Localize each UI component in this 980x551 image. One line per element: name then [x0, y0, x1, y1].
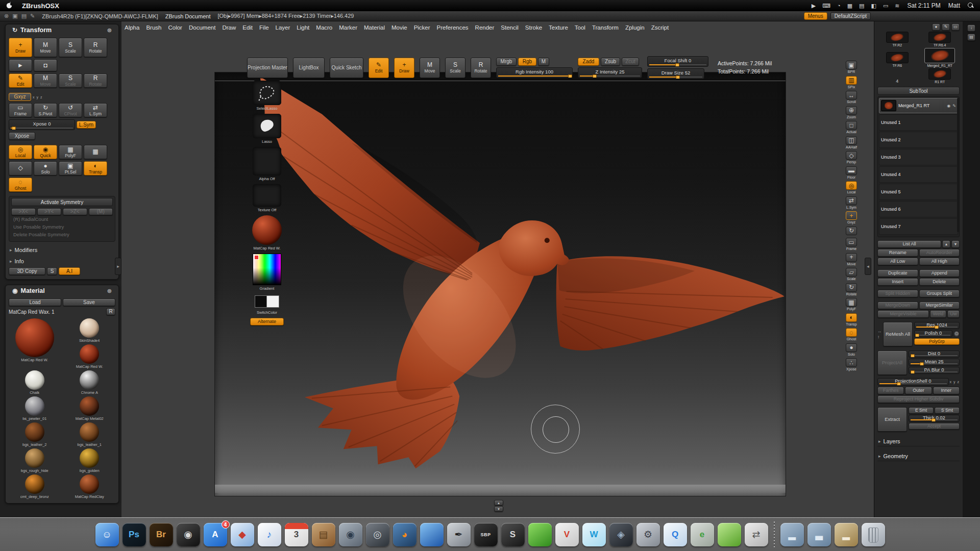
- evernote[interactable]: e: [691, 523, 714, 546]
- lasso-thumb[interactable]: [253, 114, 281, 138]
- polygrp-button[interactable]: PolyGrp: [914, 338, 960, 345]
- layers-palette-header[interactable]: ▸Layers: [877, 437, 960, 446]
- shelf-toggle[interactable]: + Move: [843, 253, 860, 266]
- xpose-button[interactable]: Xpose: [9, 132, 35, 140]
- duplicate-button[interactable]: Duplicate: [877, 269, 918, 277]
- visibility-button[interactable]: ◉Quick: [34, 145, 57, 159]
- compass-app[interactable]: ◉: [177, 523, 200, 546]
- selectlasso-thumb[interactable]: [253, 81, 281, 105]
- left-panel-divider[interactable]: ▸: [115, 258, 121, 275]
- uw-button[interactable]: Uw: [947, 310, 960, 318]
- symmetry-axis-button[interactable]: >Y<: [37, 208, 62, 215]
- delete-button[interactable]: Delete: [919, 278, 960, 286]
- menu-item[interactable]: Texture: [549, 24, 568, 31]
- sym-v-icon[interactable]: ↕: [877, 335, 881, 339]
- photoshop[interactable]: Ps: [122, 523, 146, 546]
- visibility-button[interactable]: ▣Pt.Sel: [59, 161, 82, 176]
- default-zscript-button[interactable]: DefaultZScript: [830, 12, 871, 20]
- pen-icon[interactable]: ✎: [30, 13, 35, 19]
- shelf-toggle[interactable]: ↻: [843, 226, 860, 236]
- scale-button[interactable]: SScale: [445, 58, 465, 78]
- inner-button[interactable]: Inner: [933, 387, 960, 394]
- finder[interactable]: ☺: [95, 523, 119, 546]
- subtool-item-unused[interactable]: Unused 1: [879, 114, 958, 131]
- 3d-copy-button[interactable]: 3D Copy: [9, 267, 45, 275]
- subtool-scrollbar[interactable]: [957, 98, 959, 232]
- material-r-button[interactable]: R: [106, 308, 115, 315]
- move-button[interactable]: MMove: [420, 58, 440, 78]
- doc-icon[interactable]: ▣: [12, 13, 17, 19]
- menu-item[interactable]: Layer: [276, 24, 290, 31]
- transform-mode-button[interactable]: SScale: [59, 38, 82, 57]
- zbrush-canvas[interactable]: [214, 72, 786, 496]
- airport-icon[interactable]: ≋: [895, 3, 899, 9]
- shelf-toggle[interactable]: ▣ BPR: [843, 60, 860, 74]
- copy-tool-icon[interactable]: ▭: [951, 23, 960, 31]
- radial-count[interactable]: (R) RadialCount: [11, 215, 113, 223]
- subtool-item-unused[interactable]: Unused 7: [879, 218, 958, 235]
- z-intensity-slider[interactable]: Z Intensity 25: [578, 67, 642, 78]
- menu-item[interactable]: Zscript: [651, 24, 669, 31]
- transform-mode-button[interactable]: RRotate: [84, 38, 107, 57]
- menubar-user[interactable]: Matt: [948, 2, 960, 9]
- menu-item[interactable]: Movie: [391, 24, 407, 31]
- gear-icon[interactable]: ⊛: [107, 27, 112, 34]
- split-hidden-button[interactable]: Split Hidden: [877, 290, 918, 297]
- material-swatch[interactable]: SkinShade4: [64, 318, 116, 343]
- farthes-button[interactable]: Farthes: [877, 387, 904, 394]
- edit-mode-button[interactable]: ✎Edit: [9, 73, 32, 88]
- weld-button[interactable]: Weld: [930, 310, 946, 318]
- polish-slider[interactable]: Polish 0: [914, 330, 952, 337]
- ink-pen-app[interactable]: ✒: [447, 523, 471, 546]
- menu-item[interactable]: Picker: [414, 24, 430, 31]
- menu-item[interactable]: File: [259, 24, 269, 31]
- eye-icon[interactable]: ◉: [947, 104, 950, 108]
- visibility-button[interactable]: ◇: [9, 161, 32, 176]
- media-keys-icon[interactable]: ▶: [812, 3, 816, 9]
- tool-thumbnail[interactable]: [928, 68, 951, 80]
- insert-button[interactable]: Insert: [877, 278, 918, 286]
- shelf-toggle[interactable]: ⊕ Zoom: [843, 106, 860, 119]
- active-tool-thumbnail[interactable]: [924, 48, 955, 63]
- documents-stack[interactable]: ▂: [780, 523, 804, 546]
- volume-icon[interactable]: ◧: [871, 3, 876, 9]
- material-swatch[interactable]: MatCap Metal02: [64, 396, 116, 421]
- canvas-scroll-down-button[interactable]: ▼: [494, 506, 503, 512]
- menu-item[interactable]: Brush: [146, 24, 161, 31]
- zcut-button[interactable]: Zcut: [622, 58, 639, 66]
- modifiers-section[interactable]: ▸Modifiers: [9, 247, 115, 253]
- shelf-toggle[interactable]: ⇄ L.Sym: [843, 196, 860, 210]
- projection-shell-slider[interactable]: ProjectionShell 0: [877, 378, 949, 386]
- edit-button[interactable]: ✎Edit: [369, 58, 389, 78]
- blue-orb-app[interactable]: [420, 523, 444, 546]
- draw-size-slider[interactable]: Draw Size 52: [647, 68, 704, 79]
- e-smt-button[interactable]: E Smt: [909, 407, 934, 414]
- menu-item[interactable]: Alpha: [125, 24, 139, 31]
- rotate-button[interactable]: RRotate: [471, 58, 491, 78]
- main-color-swatch[interactable]: [255, 295, 267, 308]
- rename-button[interactable]: Rename: [877, 249, 918, 257]
- shelf-toggle[interactable]: ▭ Frame: [843, 237, 860, 251]
- pencil-icon[interactable]: ✎: [952, 104, 956, 108]
- shelf-toggle[interactable]: ◌ Ghost: [843, 328, 860, 341]
- shelf-toggle[interactable]: ↔ Scroll: [843, 90, 860, 104]
- transform-mode-button[interactable]: MMove: [34, 38, 57, 57]
- focal-shift-slider[interactable]: Focal Shift 0: [647, 56, 708, 67]
- w-app[interactable]: W: [582, 523, 606, 546]
- shelf-toggle[interactable]: ▥ SPix: [843, 76, 860, 89]
- firefox[interactable]: ◕: [393, 523, 416, 546]
- shelf-toggle[interactable]: + Gxyz: [843, 211, 860, 224]
- keyboard-icon[interactable]: ⌨: [822, 3, 830, 9]
- palette-icon[interactable]: ▤: [967, 34, 975, 41]
- switch-color-widget[interactable]: [254, 294, 280, 309]
- camera-app[interactable]: ◎: [366, 523, 389, 546]
- texture-thumb[interactable]: [253, 184, 281, 207]
- spaces-icon[interactable]: ▦: [847, 3, 852, 9]
- material-swatch[interactable]: bgs_golden: [64, 448, 116, 473]
- shelf-toggle[interactable]: ◎ Local: [843, 181, 860, 194]
- groups-split-button[interactable]: Groups Split: [919, 290, 960, 297]
- menu-item[interactable]: Material: [364, 24, 385, 31]
- vlc-app[interactable]: V: [555, 523, 579, 546]
- downloads-stack[interactable]: ▃: [807, 523, 831, 546]
- reproject-button[interactable]: Reproject Higher Subdiv: [877, 395, 960, 403]
